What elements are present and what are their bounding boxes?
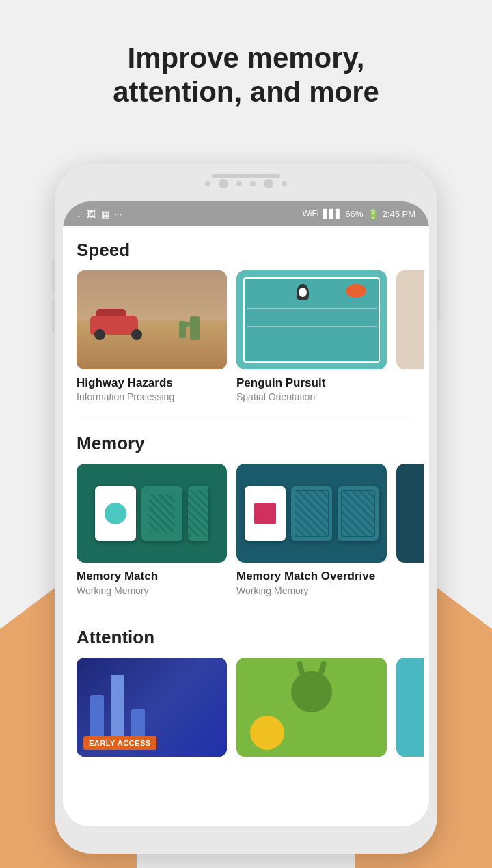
attention2-thumb-bg — [236, 658, 387, 757]
camera-lens — [219, 179, 228, 188]
memory-dot — [105, 503, 126, 524]
section-title-speed: Speed — [63, 240, 429, 270]
lane-line-2 — [247, 326, 377, 327]
game-thumb-penguin — [236, 270, 387, 369]
memory2-card-pattern-2 — [341, 490, 375, 537]
phone-frame: ↓ 🖼 ▦ ··· WiFi ▋▋▋ 66% 🔋 2:45 PM Speed — [55, 164, 437, 854]
game-thumb-memory2 — [236, 464, 387, 563]
status-bar-left: ↓ 🖼 ▦ ··· — [77, 209, 122, 219]
chart-bar-1 — [90, 695, 104, 736]
memory2-square — [254, 503, 276, 524]
game-category-penguin: Spatial Orientation — [236, 391, 387, 402]
memory-cards-row: Memory Match Working Memory — [63, 464, 429, 612]
section-memory: Memory — [63, 433, 429, 612]
time-display: 2:45 PM — [383, 209, 415, 219]
status-bar: ↓ 🖼 ▦ ··· WiFi ▋▋▋ 66% 🔋 2:45 PM — [63, 201, 429, 226]
penguin — [297, 284, 309, 300]
battery-percent: 66% — [346, 209, 364, 219]
camera-dot-4 — [282, 181, 287, 186]
game-category-overdrive: Working Memory — [236, 585, 387, 596]
attention-cards-row: EARLY ACCESS — [63, 658, 429, 780]
car-wheel-left — [94, 329, 105, 340]
game-thumb-attention: EARLY ACCESS — [77, 658, 227, 757]
game-thumb-partial-attention — [396, 658, 424, 757]
memory2-card-back-1 — [291, 486, 332, 541]
screen-content[interactable]: Speed — [63, 226, 429, 826]
car-wheel-right — [131, 329, 142, 340]
game-thumb-attention2 — [236, 658, 387, 757]
game-card-attention-1[interactable]: EARLY ACCESS — [77, 658, 227, 764]
game-card-partial-memory[interactable] — [396, 464, 424, 596]
memory2-card-revealed — [245, 486, 286, 541]
download-icon: ↓ — [77, 209, 81, 219]
creature-character — [291, 671, 332, 712]
memory-card-back-1 — [141, 486, 182, 541]
phone-camera-area — [205, 179, 287, 188]
memory2-thumb-bg — [236, 464, 387, 563]
game-card-partial-speed[interactable] — [396, 270, 424, 402]
chart-bar-3 — [131, 709, 145, 736]
game-name-memory: Memory Match — [77, 570, 227, 583]
game-card-highway-hazards[interactable]: Highway Hazards Information Processing — [77, 270, 227, 402]
game-name-highway: Highway Hazards — [77, 376, 227, 390]
battery-icon: 🔋 — [368, 209, 379, 219]
car — [90, 311, 145, 341]
game-card-attention-2[interactable] — [236, 658, 387, 764]
fish — [346, 284, 366, 298]
section-title-attention: Attention — [63, 627, 429, 658]
chart-bar-2 — [111, 675, 124, 736]
wifi-icon: WiFi — [303, 209, 319, 219]
early-access-badge: EARLY ACCESS — [83, 736, 156, 750]
memory-thumb-bg — [77, 464, 227, 563]
section-speed: Speed — [63, 240, 429, 419]
game-category-memory: Working Memory — [77, 585, 227, 596]
section-title-memory: Memory — [63, 433, 429, 464]
more-icon: ··· — [115, 209, 122, 219]
cactus-2 — [179, 321, 186, 338]
hero-title: Improve memory,attention, and more — [0, 41, 492, 110]
lane-line-1 — [247, 308, 377, 309]
game-card-penguin-pursuit[interactable]: Penguin Pursuit Spatial Orientation — [236, 270, 387, 402]
camera-lens-2 — [264, 179, 273, 188]
game-category-highway: Information Processing — [77, 391, 227, 402]
camera-dot — [205, 181, 210, 186]
phone-screen: ↓ 🖼 ▦ ··· WiFi ▋▋▋ 66% 🔋 2:45 PM Speed — [63, 201, 429, 826]
status-bar-right: WiFi ▋▋▋ 66% 🔋 2:45 PM — [303, 209, 415, 219]
game-thumb-partial — [396, 270, 424, 369]
cactus-1 — [190, 316, 200, 340]
memory-card-partial — [188, 486, 208, 541]
volume-down-button — [52, 300, 55, 331]
game-card-partial-attention[interactable] — [396, 658, 424, 764]
game-name-penguin: Penguin Pursuit — [236, 376, 387, 390]
game-thumb-partial-memory — [396, 464, 424, 563]
volume-up-button — [52, 260, 55, 290]
camera-dot-3 — [250, 181, 256, 186]
memory2-card-back-2 — [338, 486, 379, 541]
game-card-memory-overdrive[interactable]: Memory Match Overdrive Working Memory — [236, 464, 387, 596]
game-thumb-memory — [77, 464, 227, 563]
signal-icon: ▋▋▋ — [323, 209, 342, 219]
power-button — [437, 280, 440, 321]
image-icon: 🖼 — [87, 209, 96, 219]
game-thumb-highway — [77, 270, 227, 369]
speed-cards-row: Highway Hazards Information Processing — [63, 270, 429, 419]
divider-2 — [77, 613, 415, 613]
game-card-memory-match[interactable]: Memory Match Working Memory — [77, 464, 227, 596]
video-icon: ▦ — [101, 209, 109, 219]
game-name-overdrive: Memory Match Overdrive — [236, 570, 387, 583]
divider-1 — [77, 419, 415, 419]
section-attention: Attention EARLY ACCESS — [63, 627, 429, 780]
yellow-circle — [250, 716, 284, 750]
memory-card-revealed — [95, 486, 136, 541]
memory-card-pattern-1 — [149, 494, 175, 532]
memory2-card-pattern-1 — [295, 490, 329, 537]
camera-dot-2 — [236, 181, 242, 186]
